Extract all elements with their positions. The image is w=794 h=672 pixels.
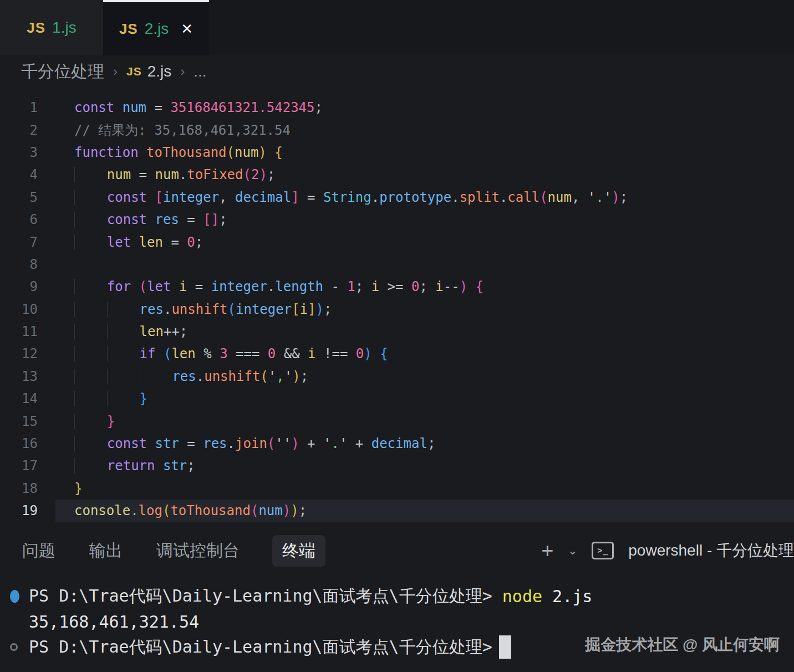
code-token: num — [258, 503, 282, 518]
code-line[interactable]: 17 return str; — [0, 455, 794, 477]
code-token: . — [451, 190, 459, 205]
code-line[interactable]: 16 const str = res.join('') + '.' + deci… — [0, 432, 794, 455]
code-token: = — [179, 436, 203, 451]
code-token: - — [323, 279, 347, 294]
code-line-content: res.unshift(integer[i]); — [55, 298, 794, 320]
code-token: ( — [164, 346, 171, 362]
code-text: if (len % 3 === 0 && i !== 0) { — [74, 346, 388, 362]
code-token: ' — [323, 436, 331, 451]
code-line[interactable]: 2// 结果为: 35,168,461,321.54 — [0, 119, 794, 141]
code-line[interactable]: 14 } — [0, 388, 794, 410]
code-token — [74, 302, 107, 317]
code-line[interactable]: 18} — [0, 477, 794, 500]
breadcrumb-separator-icon: › — [113, 64, 118, 79]
terminal-command: 2.js — [542, 587, 592, 606]
code-token — [74, 369, 107, 384]
breadcrumb-file[interactable]: JS2.js — [126, 63, 171, 80]
line-number: 3 — [0, 145, 55, 160]
code-token: ( — [227, 145, 235, 160]
code-token: len — [140, 324, 164, 339]
code-line-content — [55, 253, 794, 276]
code-text: res.unshift(integer[i]); — [74, 302, 332, 317]
code-token: ' — [284, 369, 292, 384]
code-token: // 结果为: 35,168,461,321.54 — [74, 123, 291, 138]
code-line[interactable]: 1const num = 35168461321.542345; — [0, 96, 794, 119]
code-token: unshift — [171, 302, 227, 317]
code-line[interactable]: 3function toThousand(num) { — [0, 141, 794, 164]
code-token: ; — [219, 212, 227, 227]
code-text: let len = 0; — [74, 235, 203, 250]
code-token: ; — [301, 369, 308, 384]
panel-tab-终端[interactable]: 终端 — [272, 535, 325, 567]
code-line[interactable]: 12 if (len % 3 === 0 && i !== 0) { — [0, 343, 794, 365]
code-line[interactable]: 11 len++; — [0, 320, 794, 343]
code-line[interactable]: 7 let len = 0; — [0, 231, 794, 253]
terminal-output[interactable]: PS D:\Trae代码\Daily-Learning\面试考点\千分位处理> … — [0, 570, 794, 660]
code-token: ; — [315, 100, 323, 115]
line-number: 19 — [0, 503, 55, 518]
code-token: log — [139, 503, 162, 518]
code-token: ; — [419, 279, 435, 294]
code-token — [74, 324, 107, 339]
close-tab-icon[interactable]: ✕ — [181, 21, 193, 38]
line-number: 15 — [0, 414, 55, 429]
code-token: integer — [211, 279, 267, 294]
chevron-down-icon[interactable]: ⌄ — [568, 544, 578, 557]
code-token: 35168461321.542345 — [170, 100, 314, 115]
code-line-content: } — [55, 477, 794, 500]
new-terminal-icon[interactable]: + — [541, 539, 553, 563]
code-token: ' — [339, 436, 347, 451]
code-token: . — [267, 279, 275, 294]
code-line[interactable]: 13 res.unshift(','); — [0, 365, 794, 388]
code-text: } — [74, 481, 82, 496]
code-line[interactable]: 15 } — [0, 410, 794, 432]
code-token: '' — [275, 436, 291, 451]
code-line-content: const res = []; — [55, 208, 794, 231]
line-number: 16 — [0, 436, 55, 451]
terminal-command: node — [492, 587, 542, 606]
code-line[interactable]: 9 for (let i = integer.length - 1; i >= … — [0, 276, 794, 298]
code-token: ) — [316, 302, 324, 317]
code-token: res — [155, 212, 179, 227]
line-number: 2 — [0, 123, 55, 138]
code-line[interactable]: 8 — [0, 253, 794, 276]
code-token: ; — [267, 167, 275, 182]
code-token: [ — [292, 302, 299, 317]
code-token: . — [500, 190, 507, 205]
editor-tab-1.js[interactable]: JS1.js — [0, 0, 103, 55]
panel-tab-输出[interactable]: 输出 — [88, 535, 124, 567]
code-line[interactable]: 4 num = num.toFixed(2); — [0, 164, 794, 186]
code-token: len — [139, 235, 163, 250]
code-line[interactable]: 5 const [integer, decimal] = String.prot… — [0, 186, 794, 208]
panel-tab-问题[interactable]: 问题 — [21, 535, 57, 567]
terminal-session-label[interactable]: powershell - 千分位处理 — [628, 540, 794, 561]
code-token: . — [130, 503, 138, 518]
code-token: const — [107, 436, 147, 451]
code-token: ) — [364, 346, 371, 362]
js-file-icon: JS — [27, 19, 45, 37]
code-token: 0 — [411, 279, 419, 294]
breadcrumb-folder[interactable]: 千分位处理 — [21, 60, 104, 83]
breadcrumb-more[interactable]: ... — [194, 63, 206, 80]
code-line-content: for (let i = integer.length - 1; i >= 0;… — [55, 276, 794, 298]
code-token: String — [323, 190, 371, 205]
code-token: , — [572, 190, 588, 205]
code-token: . — [179, 167, 187, 182]
line-number: 9 — [0, 279, 55, 294]
code-token: toFixed — [187, 167, 243, 182]
code-line[interactable]: 6 const res = []; — [0, 208, 794, 231]
code-token — [147, 190, 155, 205]
code-line[interactable]: 10 res.unshift(integer[i]); — [0, 298, 794, 320]
code-token — [74, 212, 107, 227]
code-token: toThousand — [170, 503, 251, 518]
code-editor[interactable]: 1const num = 35168461321.542345;2// 结果为:… — [0, 88, 794, 528]
code-token: for — [107, 279, 131, 294]
breadcrumb-file-name: 2.js — [147, 63, 172, 80]
code-token: ( — [228, 302, 236, 317]
code-token: const — [107, 190, 147, 205]
code-line[interactable]: 19console.log(toThousand(num)); — [0, 500, 794, 522]
editor-tab-2.js[interactable]: JS2.js✕ — [103, 0, 209, 55]
code-token: + — [347, 436, 371, 451]
panel-tab-调试控制台[interactable]: 调试控制台 — [155, 535, 241, 567]
terminal-output-text: 35,168,461,321.54 — [29, 612, 199, 632]
